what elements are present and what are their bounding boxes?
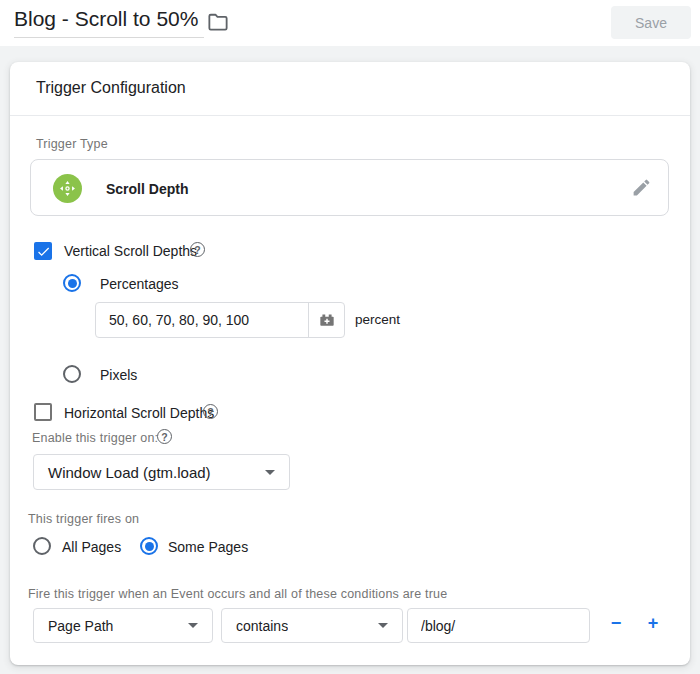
add-condition-button[interactable]: + (641, 613, 665, 634)
horizontal-scroll-checkbox[interactable] (34, 403, 52, 421)
trigger-configuration-panel: Trigger Configuration Trigger Type Scrol… (10, 62, 690, 665)
percentages-field (95, 302, 345, 338)
vertical-help-icon[interactable]: ? (190, 242, 205, 257)
horizontal-help-icon[interactable]: ? (203, 404, 218, 419)
panel-title: Trigger Configuration (36, 79, 186, 97)
gtm-trigger-editor: Blog - Scroll to 50% Save Trigger Config… (0, 0, 700, 674)
all-pages-radio[interactable] (33, 537, 51, 555)
scroll-depth-icon (53, 174, 82, 203)
checkmark-icon (36, 244, 51, 259)
top-bar: Blog - Scroll to 50% Save (0, 0, 700, 46)
all-pages-label: All Pages (62, 539, 121, 555)
some-pages-label: Some Pages (168, 539, 248, 555)
percentages-radio[interactable] (63, 274, 81, 292)
percentages-label: Percentages (100, 276, 179, 292)
pixels-label: Pixels (100, 367, 137, 383)
percent-unit-label: percent (355, 312, 400, 327)
pixels-radio[interactable] (63, 365, 81, 383)
chevron-down-icon (265, 470, 275, 475)
remove-condition-button[interactable]: − (604, 613, 628, 634)
trigger-type-card[interactable]: Scroll Depth (30, 159, 669, 216)
enable-on-help-icon[interactable]: ? (157, 429, 172, 444)
conditions-label: Fire this trigger when an Event occurs a… (28, 587, 447, 601)
edit-pencil-icon[interactable] (630, 177, 652, 199)
condition-variable-value: Page Path (34, 618, 113, 634)
condition-operator-value: contains (222, 618, 288, 634)
save-button[interactable]: Save (611, 6, 691, 39)
folder-icon[interactable] (206, 12, 230, 34)
percentages-input[interactable] (96, 303, 308, 337)
horizontal-scroll-label: Horizontal Scroll Depths (64, 405, 214, 421)
some-pages-radio[interactable] (140, 537, 158, 555)
trigger-type-label: Trigger Type (36, 137, 108, 151)
enable-on-label: Enable this trigger on: (32, 431, 158, 445)
condition-value-input[interactable] (407, 608, 590, 643)
chevron-down-icon (188, 623, 198, 628)
enable-on-dropdown[interactable]: Window Load (gtm.load) (33, 454, 290, 490)
panel-divider (10, 115, 690, 116)
fires-on-label: This trigger fires on (28, 512, 139, 526)
enable-on-value: Window Load (gtm.load) (34, 464, 211, 481)
chevron-down-icon (378, 623, 388, 628)
trigger-type-value: Scroll Depth (106, 181, 188, 197)
variable-picker-icon[interactable] (308, 303, 344, 337)
vertical-scroll-label: Vertical Scroll Depths (64, 243, 197, 259)
condition-operator-dropdown[interactable]: contains (221, 608, 403, 643)
trigger-name-field[interactable]: Blog - Scroll to 50% (14, 7, 204, 38)
vertical-scroll-checkbox[interactable] (34, 242, 52, 260)
condition-variable-dropdown[interactable]: Page Path (33, 608, 213, 643)
